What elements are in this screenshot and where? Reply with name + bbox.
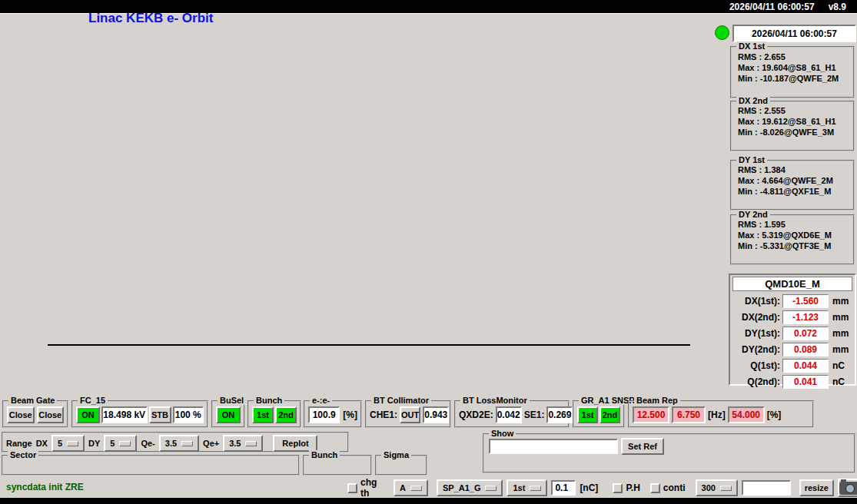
sp-select-dropdown[interactable]: SP_A1_G	[437, 479, 503, 496]
set-ref-button[interactable]: Set Ref	[621, 438, 664, 455]
che1-out-button[interactable]: OUT	[400, 406, 420, 423]
range-label: Range	[6, 439, 32, 448]
bt-collimator-group: BT Collimator CHE1: OUT 0.943	[365, 400, 451, 428]
range-group: Range DX 5 DY 5 Qe- 3.5 Qe+ 3.5 Replot	[2, 432, 349, 453]
stat-group-dy-1st: DY 1st RMS : 1.384 Max : 4.664@QWFE_2M M…	[730, 160, 855, 211]
titlebar-version: v8.9	[829, 2, 846, 12]
conti-checkbox-item[interactable]: conti	[650, 482, 686, 493]
dropdown-dash-icon	[720, 486, 732, 491]
bunch-group: Bunch 1st 2nd	[247, 400, 301, 428]
bunch-select-group: Bunch	[303, 455, 372, 476]
range-dx-dropdown[interactable]: 5	[51, 435, 85, 452]
stat-group-title: DY 2nd	[736, 210, 770, 219]
dropdown-dash-icon	[119, 441, 131, 446]
stat-group-title: DX 2nd	[736, 96, 770, 105]
che1-label: CHE1:	[370, 410, 397, 420]
resize-button[interactable]: resize	[799, 479, 834, 496]
fc15-kv-value: 18.498 kV	[101, 406, 148, 423]
gr-a1-2nd-button[interactable]: 2nd	[600, 406, 620, 423]
monitor-row: DY(1st):0.072mm	[732, 325, 852, 341]
ee-ratio-value: 100.9	[308, 406, 340, 423]
dropdown-dash-icon	[181, 441, 193, 446]
beam-rep-value-3: 54.000	[728, 406, 765, 423]
conti-checkbox[interactable]	[650, 483, 660, 493]
threshold-controls: chg th A SP_A1_G 1st [nC] P.H conti 300 …	[347, 477, 857, 499]
bottom-bar	[0, 498, 857, 504]
fc15-stb-button[interactable]: STB	[149, 406, 171, 423]
camera-icon	[839, 482, 857, 495]
monitor-row: DX(1st):-1.560mm	[732, 293, 852, 309]
busel-group: BuSel ON	[211, 400, 245, 428]
beam-rep-value-2: 6.750	[672, 406, 706, 423]
min-label: Min :	[738, 74, 758, 83]
stat-group-dx-1st: DX 1st RMS : 2.655 Max : 19.604@S8_61_H1…	[730, 46, 855, 98]
beam-rep-group: Beam Rep 12.500 6.750 [Hz] 54.000 [%]	[628, 400, 814, 428]
rms-label: RMS :	[738, 52, 762, 61]
ph-checkbox-item[interactable]: P.H	[613, 482, 639, 493]
range-dy-dropdown[interactable]: 5	[104, 435, 137, 452]
show-group: Show Set Ref	[483, 433, 855, 473]
stat-group-title: DY 1st	[736, 155, 767, 164]
bunch-2nd-button[interactable]: 2nd	[275, 406, 297, 423]
busel-on-button[interactable]: ON	[216, 406, 241, 423]
max-value: 19.604@S8_61_H1	[762, 63, 835, 72]
fc15-group: FC_15 ON 18.498 kV STB 100 %	[71, 400, 208, 428]
ph-checkbox[interactable]	[613, 483, 623, 493]
screenshot-button[interactable]	[838, 479, 857, 497]
monitor-panel: QMD10E_M DX(1st):-1.560mmDX(2nd):-1.123m…	[729, 274, 856, 386]
rms-value: 2.655	[764, 52, 786, 61]
range-qep-label: Qe+	[203, 439, 219, 448]
replot-button[interactable]: Replot	[273, 435, 317, 452]
ref-name-input[interactable]	[489, 439, 618, 454]
beam-rep-pct-label: [%]	[767, 410, 782, 420]
che1-value: 0.943	[423, 406, 449, 423]
gr-a1-snsr-group: GR_A1 SNSR 1st 2nd	[573, 400, 625, 428]
qxd2e-value: 0.042	[496, 406, 522, 423]
range-qep-dropdown[interactable]: 3.5	[223, 435, 263, 452]
chg-th-checkbox-item[interactable]: chg th	[347, 477, 384, 499]
monitor-row: DX(2nd):-1.123mm	[732, 309, 852, 325]
stat-group-dx-2nd: DX 2nd RMS : 2.555 Max : 19.612@S8_61_H1…	[730, 101, 855, 151]
monitor-row: Q(2nd):0.041nC	[732, 373, 852, 390]
max-label: Max :	[738, 63, 759, 72]
chg-th-checkbox[interactable]	[347, 483, 357, 493]
points-dropdown[interactable]: 300	[696, 479, 738, 496]
dropdown-dash-icon	[485, 486, 497, 491]
ee-ratio-unit: [%]	[343, 410, 357, 420]
threshold-input[interactable]	[551, 480, 576, 496]
stat-group-title: DX 1st	[736, 41, 767, 51]
fc15-pct-value: 100 %	[173, 406, 204, 423]
beam-gate-group: Beam Gate Close Close	[2, 400, 68, 428]
range-qem-dropdown[interactable]: 3.5	[159, 435, 199, 452]
status-led-icon	[715, 25, 729, 40]
titlebar-datetime: 2026/04/11 06:00:57	[729, 2, 815, 12]
bunch-1st-button[interactable]: 1st	[252, 406, 274, 423]
stat-group-dy-2nd: DY 2nd RMS : 1.595 Max : 5.319@QXD6E_M M…	[730, 214, 855, 265]
beam-rep-value-1: 12.500	[633, 406, 669, 423]
beam-gate-close-1-button[interactable]: Close	[7, 406, 35, 423]
bunch-select-dropdown[interactable]: 1st	[507, 479, 547, 496]
gr-a1-1st-button[interactable]: 1st	[577, 406, 598, 423]
beam-rep-hz-label: [Hz]	[708, 410, 726, 420]
timestamp-box: 2026/04/11 06:00:57	[732, 25, 856, 42]
dropdown-dash-icon	[245, 441, 257, 446]
timestamp: 2026/04/11 06:00:57	[752, 28, 837, 39]
th-a-dropdown[interactable]: A	[394, 479, 428, 496]
dropdown-dash-icon	[67, 441, 78, 446]
range-qem-label: Qe-	[141, 439, 154, 448]
beam-gate-close-2-button[interactable]: Close	[37, 406, 65, 423]
sigma-group: Sigma	[375, 455, 427, 476]
range-dx-label: DX	[36, 439, 48, 448]
fc15-on-button[interactable]: ON	[76, 406, 100, 423]
extra-input[interactable]	[742, 480, 791, 496]
ee-ratio-group: e-:e- 100.9 [%]	[304, 400, 362, 428]
application-window: 2026/04/11 06:00:57 v8.9 Linac KEKB e- O…	[0, 0, 857, 504]
se1-label: SE1:	[524, 410, 545, 420]
monitor-row: Q(1st):0.044nC	[732, 357, 852, 373]
nc-unit-label: [nC]	[580, 482, 598, 493]
range-dy-label: DY	[88, 439, 100, 448]
monitor-title: QMD10E_M	[732, 277, 852, 291]
dropdown-dash-icon	[530, 486, 541, 491]
element-name-labels	[48, 346, 690, 394]
se1-value: 0.269	[546, 406, 573, 423]
